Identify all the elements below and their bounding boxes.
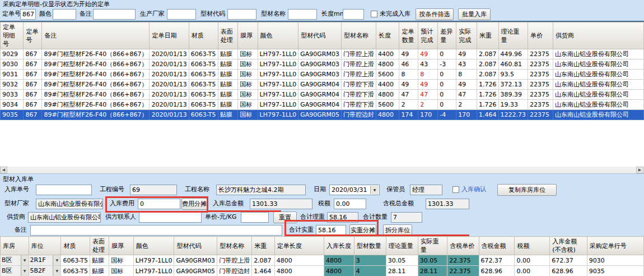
column-header-5[interactable]: 表面处理 xyxy=(218,22,237,49)
column-header-16[interactable]: 税额 xyxy=(515,237,550,255)
cell: 山东南山铝业股份有限公司 xyxy=(553,110,644,120)
column-header-4[interactable]: 膜厚 xyxy=(109,237,134,255)
cell: 2.087 xyxy=(477,49,499,59)
column-header-7[interactable]: 型材名称 xyxy=(217,237,252,255)
column-header-6[interactable]: 膜厚 xyxy=(238,22,258,49)
column-header-2[interactable]: 备注 xyxy=(42,22,150,49)
profile-name-input[interactable] xyxy=(288,9,317,20)
cell: 28.11 xyxy=(386,266,418,276)
table-row[interactable]: 903286789#门框型材F26-F40（866+867）2020/01/13… xyxy=(1,80,644,90)
cell: 贴膜 xyxy=(218,80,237,90)
cell: 6063-T5 xyxy=(189,49,218,59)
column-header-13[interactable]: 实际重量 xyxy=(418,237,447,255)
column-header-12[interactable]: 预计完成 xyxy=(418,22,438,49)
column-header-18[interactable]: 供货商 xyxy=(553,22,644,49)
cell: 贴膜 xyxy=(90,266,109,276)
column-header-3[interactable]: 表面处理 xyxy=(90,237,109,255)
column-header-3[interactable]: 定单日期 xyxy=(150,22,189,49)
column-header-6[interactable]: 型材代码 xyxy=(174,237,217,255)
column-header-18[interactable]: 采购定单行号 xyxy=(587,237,643,255)
column-header-0[interactable]: 库房 xyxy=(1,237,29,255)
note-input[interactable] xyxy=(93,9,136,20)
app-window: 采购定单明细-仅显示状态为开始的定单 定单号 867 颜色 备注 生产厂家 型材… xyxy=(0,0,644,276)
column-header-17[interactable]: 入库金额(不含税) xyxy=(550,237,587,255)
calendar-dropdown-icon[interactable]: ▼ xyxy=(370,186,379,194)
receipt-no-input[interactable] xyxy=(36,185,92,195)
table-row[interactable]: ▼B区▼5B2F6063-T5贴膜国标LH797-1LL0GA90GRM05门带… xyxy=(1,266,644,276)
table-row[interactable]: 903086789#门框型材F26-F40（866+867）2020/01/13… xyxy=(1,59,644,70)
dropdown-value: 5B2F xyxy=(29,266,47,276)
cell: 1.464 xyxy=(477,110,499,120)
manufacturer-label: 型材厂家 xyxy=(4,198,29,209)
column-header-17[interactable]: 单价 xyxy=(528,22,553,49)
column-header-8[interactable]: 米重 xyxy=(252,237,275,255)
column-header-10[interactable]: 长度 xyxy=(376,22,399,49)
copy-location-button[interactable]: 复制库房库位 xyxy=(497,184,557,196)
scroll-right-icon[interactable]: ▶ xyxy=(636,167,643,173)
cell: 460.81 xyxy=(498,59,528,70)
table-row[interactable]: 903586789#门框型材F26-F40（866+867）2020/01/13… xyxy=(1,110,644,120)
tax-label: 税额 xyxy=(318,198,330,209)
cell: GA90GRM04 xyxy=(298,100,342,110)
column-header-13[interactable]: 差异量 xyxy=(438,22,456,49)
column-header-8[interactable]: 型材代码 xyxy=(298,22,342,49)
inbound-confirm-checkbox[interactable] xyxy=(452,186,459,193)
column-header-9[interactable]: 型材名称 xyxy=(341,22,376,49)
header-row: 库房库位材质表面处理膜厚颜色型材代码型材名称米重定单长度入库长度型材数量理论重量… xyxy=(1,237,644,255)
dropdown-arrow-icon[interactable]: ▼ xyxy=(21,255,29,265)
column-header-5[interactable]: 颜色 xyxy=(133,237,174,255)
table-row[interactable]: 903386789#门框型材F26-F40（866+867）2020/01/13… xyxy=(1,90,644,100)
cell: 49 xyxy=(399,80,418,90)
batch-inbound-button[interactable]: 批量入库 xyxy=(458,8,491,20)
cell: 6063-T5 xyxy=(61,255,90,266)
panel-note-input[interactable] xyxy=(30,225,282,236)
contact-input[interactable] xyxy=(139,212,202,223)
unfinished-checkbox[interactable] xyxy=(371,11,377,17)
column-header-0[interactable]: 定单明细号 xyxy=(1,22,24,49)
dropdown-arrow-icon[interactable]: ▼ xyxy=(21,266,29,276)
factory-input[interactable] xyxy=(167,9,196,20)
color-input[interactable] xyxy=(53,9,76,20)
cell: 46 xyxy=(399,59,418,70)
table-row[interactable]: 903186789#门框型材F26-F40（866+867）2020/01/13… xyxy=(1,70,644,80)
scroll-left-icon[interactable]: ◀ xyxy=(0,167,7,173)
cell: 22.375 xyxy=(447,266,479,276)
contact-label: 供方联系人 xyxy=(105,211,136,223)
horizontal-scrollbar[interactable]: ◀ ▶ xyxy=(0,167,644,173)
column-header-9[interactable]: 定单长度 xyxy=(274,237,324,255)
cell: LH797-1LL0 xyxy=(258,59,298,70)
column-header-15[interactable]: 含税金额 xyxy=(479,237,515,255)
column-header-14[interactable]: 含税单价 xyxy=(447,237,479,255)
column-header-10[interactable]: 入库长度 xyxy=(324,237,354,255)
tax-total-label: 含税总金额 xyxy=(383,198,414,209)
column-header-4[interactable]: 材质 xyxy=(189,22,218,49)
column-header-12[interactable]: 理论重量 xyxy=(386,237,418,255)
column-header-16[interactable]: 理论重量 xyxy=(498,22,528,49)
dropdown-arrow-icon[interactable]: ▼ xyxy=(53,255,60,265)
table-row[interactable]: 903486789#门框型材F26-F40（866+867）2020/01/13… xyxy=(1,100,644,110)
column-header-1[interactable]: 库位 xyxy=(29,237,61,255)
order-no-input[interactable]: 867 xyxy=(20,9,36,20)
date-input[interactable]: 2020/03/31 ▼ xyxy=(329,185,380,195)
dropdown-arrow-icon[interactable]: ▼ xyxy=(53,266,60,276)
table-row[interactable]: ▼B区▼2R1F6063-T5贴膜国标LH797-1LL0GA90GRM03门带… xyxy=(1,255,644,266)
cell: 门带腔下滑 xyxy=(341,80,376,90)
column-header-7[interactable]: 颜色 xyxy=(258,22,298,49)
cell: 2.087 xyxy=(477,59,499,70)
column-header-14[interactable]: 实际完成 xyxy=(456,22,477,49)
cell: 2020/01/13 xyxy=(150,59,189,70)
column-header-11[interactable]: 定单数量 xyxy=(399,22,418,49)
cell: LH797-1LL0 xyxy=(258,100,298,110)
cell: 22375 xyxy=(528,59,553,70)
column-header-11[interactable]: 型材数量 xyxy=(354,237,386,255)
column-header-2[interactable]: 材质 xyxy=(61,237,90,255)
table-row[interactable]: 902986789#门框型材F26-F40（866+867）2020/01/13… xyxy=(1,49,644,59)
length-input[interactable] xyxy=(343,9,364,20)
unit-price-input[interactable] xyxy=(241,212,269,223)
column-header-15[interactable]: 米重 xyxy=(477,22,499,49)
cell: 22.375 xyxy=(447,255,479,266)
filter-by-condition-button[interactable]: 按条件筛选 xyxy=(416,8,454,20)
cell: 19.33 xyxy=(498,100,528,110)
profile-code-input[interactable] xyxy=(227,9,256,20)
column-header-1[interactable]: 定单号 xyxy=(24,22,42,49)
